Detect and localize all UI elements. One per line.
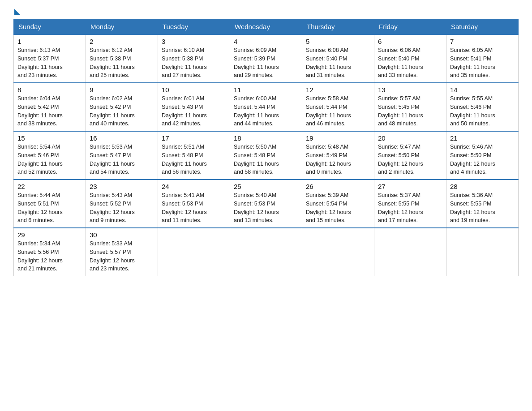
day-number: 14 bbox=[450, 86, 515, 94]
day-info: Sunrise: 6:08 AM Sunset: 5:40 PM Dayligh… bbox=[306, 46, 370, 80]
calendar-day-cell: 7 Sunrise: 6:05 AM Sunset: 5:41 PM Dayli… bbox=[446, 34, 519, 83]
day-info: Sunrise: 5:51 AM Sunset: 5:48 PM Dayligh… bbox=[162, 143, 226, 176]
day-number: 1 bbox=[17, 38, 82, 45]
calendar-day-cell: 21 Sunrise: 5:46 AM Sunset: 5:50 PM Dayl… bbox=[446, 131, 519, 180]
calendar-day-cell: 11 Sunrise: 6:00 AM Sunset: 5:44 PM Dayl… bbox=[230, 83, 302, 131]
day-info: Sunrise: 5:47 AM Sunset: 5:50 PM Dayligh… bbox=[378, 143, 442, 176]
day-info: Sunrise: 5:50 AM Sunset: 5:48 PM Dayligh… bbox=[234, 143, 298, 176]
calendar-day-cell: 6 Sunrise: 6:06 AM Sunset: 5:40 PM Dayli… bbox=[374, 34, 446, 83]
day-number: 8 bbox=[17, 86, 82, 94]
day-number: 6 bbox=[378, 38, 442, 45]
day-number: 29 bbox=[17, 231, 82, 239]
day-number: 23 bbox=[90, 183, 154, 190]
calendar-header-row: SundayMondayTuesdayWednesdayThursdayFrid… bbox=[14, 19, 519, 35]
day-number: 3 bbox=[162, 38, 226, 45]
calendar-day-cell: 4 Sunrise: 6:09 AM Sunset: 5:39 PM Dayli… bbox=[230, 34, 302, 83]
day-of-week-header: Tuesday bbox=[158, 19, 230, 35]
day-number: 2 bbox=[90, 38, 154, 45]
day-info: Sunrise: 5:37 AM Sunset: 5:55 PM Dayligh… bbox=[378, 191, 442, 225]
calendar-day-cell: 25 Sunrise: 5:40 AM Sunset: 5:53 PM Dayl… bbox=[230, 180, 302, 228]
day-number: 18 bbox=[234, 134, 298, 142]
logo-arrow-icon bbox=[14, 9, 21, 15]
day-number: 12 bbox=[306, 86, 370, 94]
day-number: 4 bbox=[234, 38, 298, 45]
day-of-week-header: Sunday bbox=[14, 19, 86, 35]
day-info: Sunrise: 5:58 AM Sunset: 5:44 PM Dayligh… bbox=[306, 94, 370, 128]
day-info: Sunrise: 5:43 AM Sunset: 5:52 PM Dayligh… bbox=[90, 191, 154, 225]
calendar-day-cell: 28 Sunrise: 5:36 AM Sunset: 5:55 PM Dayl… bbox=[446, 180, 519, 228]
day-info: Sunrise: 5:57 AM Sunset: 5:45 PM Dayligh… bbox=[378, 94, 442, 128]
day-of-week-header: Saturday bbox=[446, 19, 519, 35]
day-number: 26 bbox=[306, 183, 370, 190]
day-info: Sunrise: 5:46 AM Sunset: 5:50 PM Dayligh… bbox=[450, 143, 515, 176]
calendar-week-row: 15 Sunrise: 5:54 AM Sunset: 5:46 PM Dayl… bbox=[14, 131, 519, 180]
day-of-week-header: Monday bbox=[86, 19, 158, 35]
calendar-day-cell: 20 Sunrise: 5:47 AM Sunset: 5:50 PM Dayl… bbox=[374, 131, 446, 180]
day-info: Sunrise: 6:13 AM Sunset: 5:37 PM Dayligh… bbox=[17, 46, 82, 80]
day-info: Sunrise: 6:01 AM Sunset: 5:43 PM Dayligh… bbox=[162, 94, 226, 128]
calendar-day-cell bbox=[374, 228, 446, 276]
calendar-day-cell: 5 Sunrise: 6:08 AM Sunset: 5:40 PM Dayli… bbox=[302, 34, 374, 83]
day-number: 28 bbox=[450, 183, 515, 190]
day-info: Sunrise: 5:48 AM Sunset: 5:49 PM Dayligh… bbox=[306, 143, 370, 176]
day-number: 11 bbox=[234, 86, 298, 94]
day-info: Sunrise: 5:44 AM Sunset: 5:51 PM Dayligh… bbox=[17, 191, 82, 225]
day-info: Sunrise: 5:39 AM Sunset: 5:54 PM Dayligh… bbox=[306, 191, 370, 225]
day-info: Sunrise: 6:12 AM Sunset: 5:38 PM Dayligh… bbox=[90, 46, 154, 80]
day-number: 5 bbox=[306, 38, 370, 45]
calendar-day-cell: 1 Sunrise: 6:13 AM Sunset: 5:37 PM Dayli… bbox=[14, 34, 86, 83]
calendar-day-cell: 3 Sunrise: 6:10 AM Sunset: 5:38 PM Dayli… bbox=[158, 34, 230, 83]
calendar-table: SundayMondayTuesdayWednesdayThursdayFrid… bbox=[13, 19, 519, 276]
calendar-day-cell: 2 Sunrise: 6:12 AM Sunset: 5:38 PM Dayli… bbox=[86, 34, 158, 83]
day-info: Sunrise: 5:53 AM Sunset: 5:47 PM Dayligh… bbox=[90, 143, 154, 176]
day-number: 22 bbox=[17, 183, 82, 190]
day-number: 7 bbox=[450, 38, 515, 45]
calendar-day-cell: 29 Sunrise: 5:34 AM Sunset: 5:56 PM Dayl… bbox=[14, 228, 86, 276]
calendar-day-cell bbox=[230, 228, 302, 276]
day-info: Sunrise: 5:33 AM Sunset: 5:57 PM Dayligh… bbox=[90, 240, 154, 273]
day-number: 10 bbox=[162, 86, 226, 94]
calendar-day-cell: 8 Sunrise: 6:04 AM Sunset: 5:42 PM Dayli… bbox=[14, 83, 86, 131]
calendar-day-cell: 9 Sunrise: 6:02 AM Sunset: 5:42 PM Dayli… bbox=[86, 83, 158, 131]
day-info: Sunrise: 6:09 AM Sunset: 5:39 PM Dayligh… bbox=[234, 46, 298, 80]
day-of-week-header: Thursday bbox=[302, 19, 374, 35]
day-info: Sunrise: 5:55 AM Sunset: 5:46 PM Dayligh… bbox=[450, 94, 515, 128]
calendar-week-row: 1 Sunrise: 6:13 AM Sunset: 5:37 PM Dayli… bbox=[14, 34, 519, 83]
calendar-day-cell: 18 Sunrise: 5:50 AM Sunset: 5:48 PM Dayl… bbox=[230, 131, 302, 180]
day-number: 13 bbox=[378, 86, 442, 94]
day-number: 24 bbox=[162, 183, 226, 190]
day-of-week-header: Wednesday bbox=[230, 19, 302, 35]
calendar-day-cell: 30 Sunrise: 5:33 AM Sunset: 5:57 PM Dayl… bbox=[86, 228, 158, 276]
day-number: 16 bbox=[90, 134, 154, 142]
calendar-day-cell: 15 Sunrise: 5:54 AM Sunset: 5:46 PM Dayl… bbox=[14, 131, 86, 180]
day-info: Sunrise: 6:06 AM Sunset: 5:40 PM Dayligh… bbox=[378, 46, 442, 80]
day-info: Sunrise: 5:40 AM Sunset: 5:53 PM Dayligh… bbox=[234, 191, 298, 225]
day-info: Sunrise: 5:54 AM Sunset: 5:46 PM Dayligh… bbox=[17, 143, 82, 176]
calendar-day-cell: 27 Sunrise: 5:37 AM Sunset: 5:55 PM Dayl… bbox=[374, 180, 446, 228]
day-number: 19 bbox=[306, 134, 370, 142]
calendar-week-row: 8 Sunrise: 6:04 AM Sunset: 5:42 PM Dayli… bbox=[14, 83, 519, 131]
day-info: Sunrise: 6:02 AM Sunset: 5:42 PM Dayligh… bbox=[90, 94, 154, 128]
day-info: Sunrise: 6:10 AM Sunset: 5:38 PM Dayligh… bbox=[162, 46, 226, 80]
day-number: 25 bbox=[234, 183, 298, 190]
day-number: 15 bbox=[17, 134, 82, 142]
calendar-day-cell: 26 Sunrise: 5:39 AM Sunset: 5:54 PM Dayl… bbox=[302, 180, 374, 228]
calendar-day-cell: 10 Sunrise: 6:01 AM Sunset: 5:43 PM Dayl… bbox=[158, 83, 230, 131]
calendar-day-cell: 13 Sunrise: 5:57 AM Sunset: 5:45 PM Dayl… bbox=[374, 83, 446, 131]
day-info: Sunrise: 5:41 AM Sunset: 5:53 PM Dayligh… bbox=[162, 191, 226, 225]
calendar-week-row: 22 Sunrise: 5:44 AM Sunset: 5:51 PM Dayl… bbox=[14, 180, 519, 228]
calendar-day-cell: 23 Sunrise: 5:43 AM Sunset: 5:52 PM Dayl… bbox=[86, 180, 158, 228]
day-number: 17 bbox=[162, 134, 226, 142]
calendar-day-cell bbox=[158, 228, 230, 276]
calendar-week-row: 29 Sunrise: 5:34 AM Sunset: 5:56 PM Dayl… bbox=[14, 228, 519, 276]
day-info: Sunrise: 5:34 AM Sunset: 5:56 PM Dayligh… bbox=[17, 240, 82, 273]
day-number: 30 bbox=[90, 231, 154, 239]
day-info: Sunrise: 6:00 AM Sunset: 5:44 PM Dayligh… bbox=[234, 94, 298, 128]
calendar-day-cell: 16 Sunrise: 5:53 AM Sunset: 5:47 PM Dayl… bbox=[86, 131, 158, 180]
calendar-day-cell bbox=[302, 228, 374, 276]
page-header bbox=[13, 9, 519, 14]
day-number: 20 bbox=[378, 134, 442, 142]
day-number: 21 bbox=[450, 134, 515, 142]
calendar-day-cell: 12 Sunrise: 5:58 AM Sunset: 5:44 PM Dayl… bbox=[302, 83, 374, 131]
day-info: Sunrise: 6:04 AM Sunset: 5:42 PM Dayligh… bbox=[17, 94, 82, 128]
